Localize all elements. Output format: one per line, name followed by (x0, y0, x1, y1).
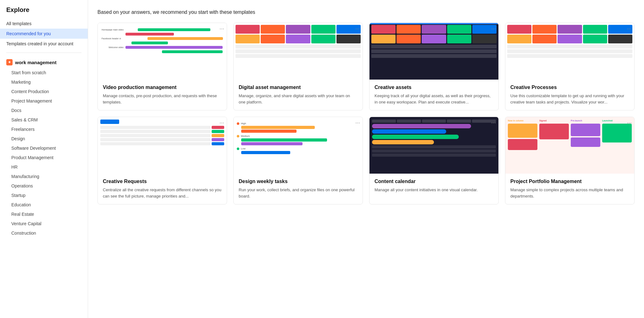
sidebar-item-start-scratch[interactable]: Start from scratch (0, 68, 88, 77)
template-card-project-portfolio[interactable]: Now in columnSignedPre-launchLaunched···… (505, 117, 635, 204)
card-menu-button[interactable]: ··· (491, 120, 496, 126)
sidebar-nav: All templatesRecommended for youTemplate… (0, 19, 88, 49)
sidebar-divider (6, 53, 81, 53)
template-card-desc: Keeping track of all your digital assets… (375, 93, 493, 105)
template-card-desc: Manage all your content initiatives in o… (375, 187, 493, 193)
sidebar-sub-items: Start from scratchMarketingContent Produ… (0, 68, 88, 238)
sidebar-section-label: work management (15, 60, 57, 65)
template-card-creative-assets[interactable]: ···Creative assetsKeeping track of all y… (369, 23, 499, 110)
template-card-title: Project Portfolio Management (510, 179, 629, 184)
template-preview-creative-processes: ··· (505, 23, 634, 80)
sidebar-nav-recommended[interactable]: Recommended for you (0, 29, 88, 39)
template-preview-design-weekly: HighMediumLow··· (234, 117, 363, 174)
template-card-digital-asset[interactable]: ···Digital asset managementManage, organ… (233, 23, 363, 110)
template-card-desc: Manage, organize, and share digital asse… (239, 93, 358, 105)
template-card-design-weekly[interactable]: HighMediumLow···Design weekly tasksRun y… (233, 117, 363, 204)
sidebar-item-construction[interactable]: Construction (0, 228, 88, 238)
card-menu-button[interactable]: ··· (491, 25, 496, 32)
sidebar-item-sales-crm[interactable]: Sales & CRM (0, 115, 88, 125)
sidebar-item-manufacturing[interactable]: Manufacturing (0, 172, 88, 181)
work-management-icon: ✦ (6, 59, 13, 65)
sidebar-item-education[interactable]: Education (0, 200, 88, 209)
sidebar-title: Explore (0, 6, 88, 19)
sidebar-section-header: ✦ work management (0, 57, 88, 68)
card-menu-button[interactable]: ··· (355, 25, 360, 32)
card-menu-button[interactable]: ··· (627, 25, 632, 32)
sidebar-item-operations[interactable]: Operations (0, 181, 88, 191)
sidebar-nav-account-templates[interactable]: Templates created in your account (0, 39, 88, 49)
main-header: Based on your answers, we recommend you … (97, 9, 635, 15)
template-card-desc: Centralize all the creative requests fro… (103, 187, 222, 199)
template-card-creative-requests[interactable]: ···Creative RequestsCentralize all the c… (97, 117, 227, 204)
card-menu-button[interactable]: ··· (627, 120, 632, 126)
sidebar: Explore All templatesRecommended for you… (0, 0, 88, 318)
template-card-title: Design weekly tasks (239, 179, 358, 184)
template-preview-project-portfolio: Now in columnSignedPre-launchLaunched··· (505, 117, 634, 174)
template-preview-video-production: Homepage main videoFacebook header video… (98, 23, 227, 80)
template-card-title: Creative assets (375, 85, 493, 90)
template-preview-content-calendar: ··· (369, 117, 498, 174)
template-card-video-production[interactable]: Homepage main videoFacebook header video… (97, 23, 227, 110)
template-grid: Homepage main videoFacebook header video… (97, 23, 635, 204)
template-card-content-calendar[interactable]: ···Content calendarManage all your conte… (369, 117, 499, 204)
card-menu-button[interactable]: ··· (355, 120, 360, 126)
sidebar-item-hr[interactable]: HR (0, 162, 88, 172)
template-card-creative-processes[interactable]: ···Creative ProcessesUse this customizab… (505, 23, 635, 110)
sidebar-item-freelancers[interactable]: Freelancers (0, 125, 88, 134)
card-menu-button[interactable]: ··· (219, 25, 224, 32)
template-card-desc: Run your work, collect briefs, and organ… (239, 187, 358, 199)
sidebar-nav-all-templates[interactable]: All templates (0, 19, 88, 29)
template-card-title: Creative Processes (510, 85, 629, 90)
sidebar-item-venture-capital[interactable]: Venture Capital (0, 219, 88, 228)
sidebar-item-docs[interactable]: Docs (0, 106, 88, 115)
sidebar-item-real-estate[interactable]: Real Estate (0, 209, 88, 219)
template-preview-creative-assets: ··· (369, 23, 498, 80)
main-content: Based on your answers, we recommend you … (88, 0, 644, 318)
template-preview-creative-requests: ··· (98, 117, 227, 174)
template-preview-digital-asset: ··· (234, 23, 363, 80)
template-card-desc: Manage contacts, pre-post production, an… (103, 93, 222, 105)
card-menu-button[interactable]: ··· (219, 120, 224, 126)
sidebar-item-content-production[interactable]: Content Production (0, 87, 88, 96)
template-card-title: Creative Requests (103, 179, 222, 184)
sidebar-item-project-management[interactable]: Project Management (0, 96, 88, 106)
template-card-title: Video production management (103, 85, 222, 90)
template-card-title: Content calendar (375, 179, 493, 184)
template-card-desc: Manage simple to complex projects across… (510, 187, 629, 199)
sidebar-item-startup[interactable]: Startup (0, 191, 88, 200)
sidebar-item-software-dev[interactable]: Software Development (0, 143, 88, 153)
sidebar-item-design[interactable]: Design (0, 134, 88, 143)
sidebar-item-product-management[interactable]: Product Management (0, 153, 88, 162)
template-card-title: Digital asset management (239, 85, 358, 90)
sidebar-item-marketing[interactable]: Marketing (0, 77, 88, 87)
template-card-desc: Use this customizable template to get up… (510, 93, 629, 105)
